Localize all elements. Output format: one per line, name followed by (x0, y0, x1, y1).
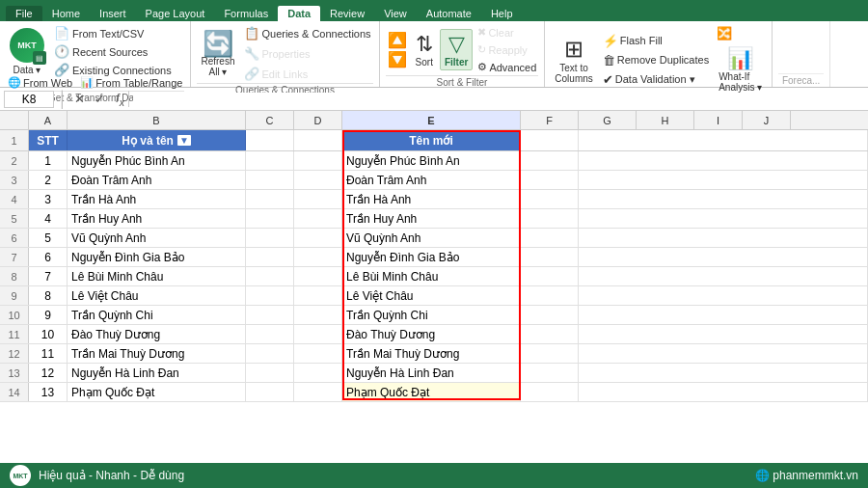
cell-name[interactable]: Nguyễn Phúc Bình An (68, 151, 246, 170)
cancel-formula-icon[interactable]: ✕ (71, 92, 88, 106)
cell-d[interactable] (294, 151, 342, 170)
col-header-a[interactable]: A (29, 111, 68, 129)
col-header-h[interactable]: H (637, 111, 694, 129)
cell-rest[interactable] (579, 383, 868, 401)
cell-d[interactable] (294, 209, 342, 228)
cell-d[interactable] (294, 190, 342, 208)
cell-name[interactable]: Nguyễn Hà Linh Đan (68, 364, 246, 382)
insert-function-icon[interactable]: fx (112, 91, 129, 108)
cell-e1-header[interactable]: Tên mới (342, 130, 521, 150)
cell-stt[interactable]: 8 (29, 286, 68, 305)
cell-f[interactable] (521, 286, 579, 305)
cell-stt[interactable]: 6 (29, 248, 68, 266)
cell-ten-moi[interactable]: Trần Hà Anh (342, 190, 521, 208)
cell-stt[interactable]: 10 (29, 325, 68, 343)
cell-c[interactable] (246, 267, 294, 285)
cell-ten-moi[interactable]: Phạm Quốc Đạt (342, 383, 521, 401)
remove-duplicates-button[interactable]: 🗑 Remove Duplicates (601, 52, 711, 68)
cell-f[interactable] (521, 209, 579, 228)
tab-page-layout[interactable]: Page Layout (136, 6, 215, 21)
cell-a1[interactable]: STT (29, 130, 68, 150)
cell-name[interactable]: Trần Hà Anh (68, 190, 246, 208)
col-header-f[interactable]: F (521, 111, 579, 129)
cell-ten-moi[interactable]: Vũ Quỳnh Anh (342, 229, 521, 247)
cell-rest[interactable] (579, 286, 868, 305)
cell-f[interactable] (521, 151, 579, 170)
tab-home[interactable]: Home (42, 6, 90, 21)
cell-b1[interactable]: Họ và tên ▼ (68, 130, 246, 150)
tab-view[interactable]: View (374, 6, 417, 21)
cell-ten-moi[interactable]: Nguyễn Phúc Bình An (342, 151, 521, 170)
from-table-button[interactable]: 📊 From Table/Range (78, 76, 184, 89)
cell-c[interactable] (246, 383, 294, 401)
cell-d[interactable] (294, 325, 342, 343)
cell-c[interactable] (246, 151, 294, 170)
cell-rest[interactable] (579, 229, 868, 247)
cell-d[interactable] (294, 306, 342, 324)
col-header-b[interactable]: B (68, 111, 246, 129)
sort-button[interactable]: ⇅ Sort (412, 30, 437, 69)
cell-name[interactable]: Lê Bùi Minh Châu (68, 267, 246, 285)
cell-c[interactable] (246, 364, 294, 382)
cell-stt[interactable]: 9 (29, 306, 68, 324)
text-to-columns-button[interactable]: ⊞ Text toColumns (551, 34, 596, 86)
cell-name[interactable]: Đào Thuỳ Dương (68, 325, 246, 343)
cell-ten-moi[interactable]: Lê Việt Châu (342, 286, 521, 305)
cell-c[interactable] (246, 209, 294, 228)
cell-ten-moi[interactable]: Trần Huy Anh (342, 209, 521, 228)
confirm-formula-icon[interactable]: ✓ (92, 92, 108, 106)
col-header-j[interactable]: J (743, 111, 791, 129)
tab-formulas[interactable]: Formulas (214, 6, 278, 21)
cell-f[interactable] (521, 325, 579, 343)
cell-ten-moi[interactable]: Đoàn Trâm Anh (342, 171, 521, 189)
cell-name[interactable]: Trần Quỳnh Chi (68, 306, 246, 324)
tab-insert[interactable]: Insert (90, 6, 136, 21)
cell-f[interactable] (521, 229, 579, 247)
cell-name[interactable]: Phạm Quốc Đạt (68, 383, 246, 401)
cell-c[interactable] (246, 229, 294, 247)
cell-c[interactable] (246, 248, 294, 266)
cell-f[interactable] (521, 171, 579, 189)
col-header-c[interactable]: C (246, 111, 294, 129)
cell-f[interactable] (521, 383, 579, 401)
cell-name[interactable]: Vũ Quỳnh Anh (68, 229, 246, 247)
cell-stt[interactable]: 11 (29, 344, 68, 363)
cell-rest[interactable] (579, 267, 868, 285)
cell-f[interactable] (521, 364, 579, 382)
cell-rest[interactable] (579, 171, 868, 189)
formula-input[interactable] (133, 93, 864, 106)
cell-c[interactable] (246, 171, 294, 189)
cell-f[interactable] (521, 267, 579, 285)
cell-c[interactable] (246, 306, 294, 324)
cell-d[interactable] (294, 364, 342, 382)
col-header-i[interactable]: I (694, 111, 743, 129)
from-text-csv-button[interactable]: 📄 From Text/CSV (52, 25, 174, 41)
cell-rest[interactable] (579, 344, 868, 363)
cell-f[interactable] (521, 248, 579, 266)
col-header-e[interactable]: E (342, 111, 521, 129)
cell-name[interactable]: Trần Mai Thuỳ Dương (68, 344, 246, 363)
cell-rest[interactable] (579, 325, 868, 343)
cell-f[interactable] (521, 306, 579, 324)
col-header-d[interactable]: D (294, 111, 342, 129)
cell-rest[interactable] (579, 190, 868, 208)
cell-stt[interactable]: 1 (29, 151, 68, 170)
from-web-button[interactable]: 🌐 From Web (6, 76, 74, 89)
cell-stt[interactable]: 12 (29, 364, 68, 382)
cell-ten-moi[interactable]: Nguyễn Hà Linh Đan (342, 364, 521, 382)
clear-button[interactable]: ✖ Clear (475, 25, 538, 40)
filter-dropdown-icon[interactable]: ▼ (177, 135, 191, 146)
cell-d[interactable] (294, 344, 342, 363)
cell-rest[interactable] (579, 151, 868, 170)
flash-fill-button[interactable]: ⚡ Flash Fill (601, 33, 711, 49)
cell-name[interactable]: Trần Huy Anh (68, 209, 246, 228)
cell-c[interactable] (246, 344, 294, 363)
cell-c[interactable] (246, 190, 294, 208)
cell-c[interactable] (246, 325, 294, 343)
cell-stt[interactable]: 2 (29, 171, 68, 189)
cell-ten-moi[interactable]: Trần Mai Thuỳ Dương (342, 344, 521, 363)
get-data-button[interactable]: MKT ▤ Data ▾ (6, 26, 48, 77)
sort-descending-button[interactable]: 🔽 (386, 51, 409, 68)
cell-d[interactable] (294, 267, 342, 285)
tab-data[interactable]: Data (278, 6, 320, 21)
